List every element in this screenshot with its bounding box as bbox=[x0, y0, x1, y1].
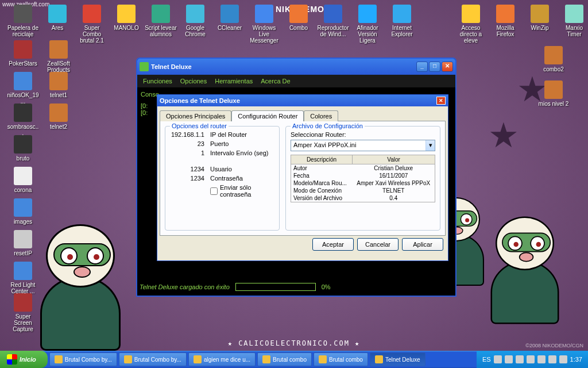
menu-herramientas[interactable]: Herramientas bbox=[215, 78, 253, 85]
task-icon bbox=[124, 355, 132, 363]
tray-icon[interactable] bbox=[548, 355, 556, 363]
cell-value: 0.4 bbox=[353, 194, 435, 202]
language-indicator[interactable]: ES bbox=[482, 356, 491, 363]
file-icon bbox=[496, 5, 514, 23]
window-titlebar[interactable]: Telnet Deluxe _ □ ✕ bbox=[137, 59, 455, 75]
desktop-icon[interactable]: Red Light Center ... bbox=[6, 262, 40, 295]
taskbar-button[interactable]: Brutal Combo by... bbox=[119, 352, 187, 366]
taskbar-button[interactable]: Brutal combo bbox=[314, 352, 368, 366]
dialog-buttons: Aceptar Cancelar Aplicar bbox=[157, 238, 448, 251]
task-icon bbox=[375, 355, 383, 363]
port-label: Puerto bbox=[210, 140, 229, 147]
desktop-icon[interactable]: Afinador Versión Ligera bbox=[350, 5, 385, 44]
file-icon bbox=[48, 5, 67, 23]
apply-button[interactable]: Aplicar bbox=[402, 238, 443, 251]
maximize-button[interactable]: □ bbox=[429, 62, 440, 72]
clock[interactable]: 1:37 bbox=[570, 356, 582, 363]
taskbar-button[interactable]: Telnet Deluxe bbox=[370, 352, 425, 366]
accept-button[interactable]: Aceptar bbox=[312, 238, 354, 251]
minimize-button[interactable]: _ bbox=[416, 62, 428, 72]
start-button[interactable]: Inicio bbox=[0, 351, 48, 368]
desktop-icon[interactable]: combo2 bbox=[536, 46, 571, 73]
pass-value[interactable]: 1234 bbox=[170, 175, 210, 182]
taskbar-button[interactable]: algien me dice u... bbox=[188, 352, 256, 366]
only-password-checkbox[interactable] bbox=[210, 187, 218, 195]
task-icon bbox=[319, 355, 327, 363]
pass-label: Contraseña bbox=[210, 175, 243, 182]
desktop-icon[interactable]: ZeallSoft Products bbox=[41, 40, 76, 74]
tray-icon[interactable] bbox=[516, 355, 524, 363]
desktop-icon[interactable]: resetIP bbox=[6, 230, 40, 257]
menu-opciones[interactable]: Opciones bbox=[180, 78, 207, 85]
desktop-icon[interactable]: CCleaner bbox=[212, 5, 247, 32]
ip-value[interactable]: 192.168.1.1 bbox=[170, 131, 210, 138]
desktop-icon[interactable]: WinZip bbox=[523, 5, 557, 32]
file-icon bbox=[152, 5, 170, 23]
file-icon bbox=[49, 40, 68, 59]
desktop-icon[interactable]: Papelera de reciclaje bbox=[6, 5, 40, 38]
desktop-icon[interactable]: corona bbox=[6, 167, 40, 194]
tray-icon[interactable] bbox=[494, 355, 502, 363]
cancel-button[interactable]: Cancelar bbox=[357, 238, 399, 251]
chevron-down-icon[interactable]: ▾ bbox=[425, 140, 435, 151]
tab-router[interactable]: Configuración Router bbox=[231, 110, 304, 121]
router-select[interactable]: Amper Xavi PPPoX.ini ▾ bbox=[291, 140, 435, 151]
desktop-icon[interactable]: Acceso directo a eleve bbox=[454, 5, 488, 44]
file-icon bbox=[14, 262, 32, 280]
taskbar-button[interactable]: Brutal combo bbox=[257, 352, 312, 366]
desktop-icon[interactable]: Super Combo brutal 2.1 bbox=[75, 5, 109, 44]
desktop-icon[interactable]: sombraosc... bbox=[6, 103, 40, 137]
app-icon bbox=[140, 62, 149, 71]
file-icon bbox=[14, 72, 32, 90]
copyright: ©2008 NIKODEMO/CGN bbox=[525, 343, 583, 348]
desktop-icon[interactable]: Google Chrome bbox=[178, 5, 212, 38]
icon-label: WinZip bbox=[523, 24, 557, 32]
desktop-icon[interactable]: Combo bbox=[281, 5, 316, 32]
icon-label: Mozilla Firefox bbox=[488, 24, 523, 38]
user-value[interactable]: 1234 bbox=[170, 166, 210, 172]
file-icon bbox=[49, 103, 68, 122]
file-icon bbox=[289, 5, 308, 23]
dialog-titlebar[interactable]: Opciones de Telnet Deluxe ✕ bbox=[157, 95, 448, 106]
tab-principales[interactable]: Opciones Principales bbox=[160, 110, 231, 121]
desktop-icon[interactable]: images bbox=[6, 198, 40, 225]
taskbar: Inicio Brutal Combo by...Brutal Combo by… bbox=[0, 351, 588, 368]
file-icon bbox=[186, 5, 204, 23]
desktop-icon[interactable]: Ares bbox=[40, 5, 75, 32]
desktop-icon[interactable]: bruto bbox=[6, 135, 40, 162]
menu-acerca[interactable]: Acerca De bbox=[261, 78, 290, 85]
config-info-table: DescripciónValor AutorCristian DeluxeFec… bbox=[291, 155, 435, 202]
desktop-icon[interactable]: mios nivel 2 bbox=[536, 80, 571, 108]
desktop-icon[interactable]: Super Screen Capture bbox=[6, 293, 40, 333]
dialog-close-button[interactable]: ✕ bbox=[436, 97, 446, 105]
desktop-icon[interactable]: Reproductor de Wind... bbox=[316, 5, 350, 38]
file-icon bbox=[14, 40, 32, 59]
desktop-icon[interactable]: Windows Live Messenger bbox=[247, 5, 281, 44]
cell-value: 16/11/2007 bbox=[353, 172, 435, 179]
tab-colores[interactable]: Colores bbox=[304, 110, 338, 121]
desktop-icon[interactable]: niñosOK_19... bbox=[6, 72, 40, 105]
icon-label: Super Screen Capture bbox=[6, 313, 40, 333]
interval-value[interactable]: 1 bbox=[170, 150, 210, 156]
desktop-icon[interactable]: Script levear alumnos bbox=[144, 5, 178, 38]
tray-icon[interactable] bbox=[527, 355, 535, 363]
desktop-icon[interactable]: PokerStars bbox=[6, 40, 40, 67]
desktop-icon[interactable]: Marxio Timer bbox=[557, 5, 588, 38]
tray-icon[interactable] bbox=[559, 355, 567, 363]
system-tray[interactable]: ES 1:37 bbox=[477, 351, 588, 368]
desktop-icon[interactable]: MANOLO bbox=[109, 5, 144, 32]
file-icon bbox=[220, 5, 239, 23]
desktop-icon[interactable]: telnet2 bbox=[41, 103, 76, 131]
menubar: Funciones Opciones Herramientas Acerca D… bbox=[137, 75, 455, 87]
port-value[interactable]: 23 bbox=[170, 140, 210, 147]
legend-config: Archivo de Configuración bbox=[291, 122, 365, 129]
menu-funciones[interactable]: Funciones bbox=[143, 78, 172, 85]
close-button[interactable]: ✕ bbox=[442, 62, 453, 72]
desktop-icon[interactable]: Mozilla Firefox bbox=[488, 5, 523, 38]
tray-icon[interactable] bbox=[505, 355, 513, 363]
icon-label: CCleaner bbox=[212, 24, 247, 32]
taskbar-button[interactable]: Brutal Combo by... bbox=[49, 352, 117, 366]
tray-icon[interactable] bbox=[537, 355, 546, 363]
desktop-icon[interactable]: Internet Explorer bbox=[385, 5, 419, 38]
desktop-icon[interactable]: telnet1 bbox=[41, 72, 76, 99]
